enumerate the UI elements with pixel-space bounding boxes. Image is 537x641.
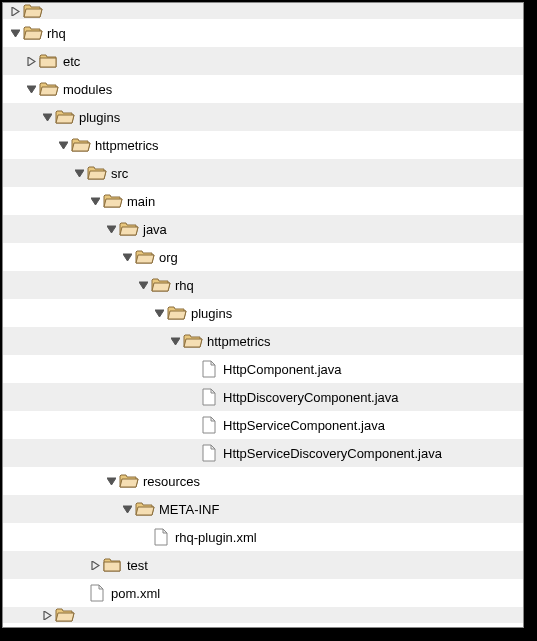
folder-open-icon	[167, 303, 187, 323]
expander-spacer	[183, 389, 199, 405]
tree-row[interactable]: httpmetrics	[3, 131, 523, 159]
folder-open-icon	[119, 219, 139, 239]
tree-label: main	[127, 194, 155, 209]
tree-row[interactable]: src	[3, 159, 523, 187]
tree-label: httpmetrics	[207, 334, 271, 349]
folder-open-icon	[55, 107, 75, 127]
chevron-down-icon[interactable]	[23, 81, 39, 97]
folder-icon	[103, 555, 123, 575]
file-icon	[199, 443, 219, 463]
file-tree: rhqetcmodulespluginshttpmetricssrcmainja…	[2, 2, 524, 628]
folder-open-icon	[103, 191, 123, 211]
tree-label: HttpServiceDiscoveryComponent.java	[223, 446, 442, 461]
tree-row[interactable]: resources	[3, 467, 523, 495]
folder-open-icon	[151, 275, 171, 295]
expander-spacer	[135, 529, 151, 545]
tree-label: org	[159, 250, 178, 265]
chevron-down-icon[interactable]	[135, 277, 151, 293]
tree-label: HttpComponent.java	[223, 362, 342, 377]
tree-row[interactable]: HttpServiceDiscoveryComponent.java	[3, 439, 523, 467]
tree-row[interactable]: httpmetrics	[3, 327, 523, 355]
chevron-right-icon[interactable]	[39, 607, 55, 623]
folder-open-icon	[55, 605, 75, 625]
chevron-down-icon[interactable]	[119, 501, 135, 517]
folder-open-icon	[23, 23, 43, 43]
folder-open-icon	[87, 163, 107, 183]
expander-spacer	[183, 445, 199, 461]
tree-label: rhq	[175, 278, 194, 293]
chevron-down-icon[interactable]	[151, 305, 167, 321]
tree-label: test	[127, 558, 148, 573]
folder-open-icon	[135, 499, 155, 519]
tree-row[interactable]: etc	[3, 47, 523, 75]
tree-row[interactable]: plugins	[3, 299, 523, 327]
chevron-down-icon[interactable]	[39, 109, 55, 125]
tree-label: modules	[63, 82, 112, 97]
chevron-right-icon[interactable]	[87, 557, 103, 573]
expander-spacer	[183, 417, 199, 433]
tree-label: plugins	[79, 110, 120, 125]
folder-open-icon	[71, 135, 91, 155]
chevron-down-icon[interactable]	[55, 137, 71, 153]
tree-row[interactable]: java	[3, 215, 523, 243]
tree-label: resources	[143, 474, 200, 489]
tree-label: HttpDiscoveryComponent.java	[223, 390, 399, 405]
tree-row[interactable]: plugins	[3, 103, 523, 131]
folder-open-icon	[39, 79, 59, 99]
tree-row[interactable]: modules	[3, 75, 523, 103]
tree-label: rhq-plugin.xml	[175, 530, 257, 545]
tree-label: etc	[63, 54, 80, 69]
tree-row[interactable]: rhq	[3, 19, 523, 47]
file-icon	[199, 387, 219, 407]
chevron-down-icon[interactable]	[119, 249, 135, 265]
tree-row[interactable]	[3, 607, 523, 623]
tree-label: httpmetrics	[95, 138, 159, 153]
folder-open-icon	[23, 2, 43, 21]
chevron-down-icon[interactable]	[103, 473, 119, 489]
chevron-down-icon[interactable]	[167, 333, 183, 349]
tree-row[interactable]: HttpComponent.java	[3, 355, 523, 383]
tree-row[interactable]: org	[3, 243, 523, 271]
tree-label: META-INF	[159, 502, 219, 517]
folder-open-icon	[135, 247, 155, 267]
file-icon	[87, 583, 107, 603]
tree-label: rhq	[47, 26, 66, 41]
tree-label: pom.xml	[111, 586, 160, 601]
tree-label: src	[111, 166, 128, 181]
tree-label: java	[143, 222, 167, 237]
tree-row[interactable]: main	[3, 187, 523, 215]
file-icon	[199, 415, 219, 435]
tree-row[interactable]: HttpServiceComponent.java	[3, 411, 523, 439]
folder-open-icon	[183, 331, 203, 351]
tree-row[interactable]: rhq-plugin.xml	[3, 523, 523, 551]
tree-row[interactable]: rhq	[3, 271, 523, 299]
chevron-down-icon[interactable]	[87, 193, 103, 209]
tree-row[interactable]: HttpDiscoveryComponent.java	[3, 383, 523, 411]
tree-label: plugins	[191, 306, 232, 321]
chevron-down-icon[interactable]	[7, 25, 23, 41]
file-icon	[199, 359, 219, 379]
expander-spacer	[183, 361, 199, 377]
tree-row[interactable]: pom.xml	[3, 579, 523, 607]
chevron-right-icon[interactable]	[23, 53, 39, 69]
folder-open-icon	[119, 471, 139, 491]
chevron-down-icon[interactable]	[71, 165, 87, 181]
tree-row[interactable]	[3, 3, 523, 19]
folder-icon	[39, 51, 59, 71]
tree-row[interactable]: test	[3, 551, 523, 579]
file-icon	[151, 527, 171, 547]
chevron-right-icon[interactable]	[7, 3, 23, 19]
chevron-down-icon[interactable]	[103, 221, 119, 237]
expander-spacer	[71, 585, 87, 601]
tree-row[interactable]: META-INF	[3, 495, 523, 523]
tree-label: HttpServiceComponent.java	[223, 418, 385, 433]
